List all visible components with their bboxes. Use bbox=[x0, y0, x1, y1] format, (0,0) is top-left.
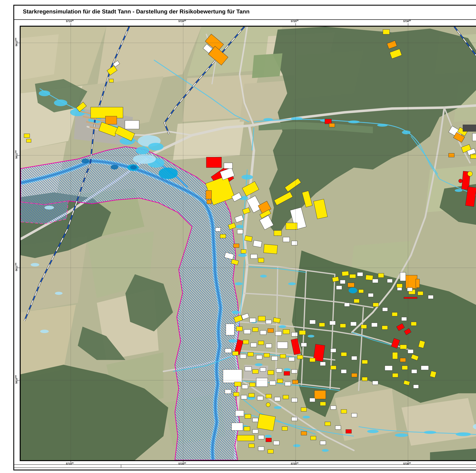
grid-tick bbox=[17, 155, 20, 156]
grid-tick bbox=[295, 23, 296, 26]
footer-line-2 bbox=[14, 468, 476, 468]
coordinate-label: 572500 bbox=[289, 462, 300, 465]
grid-tick bbox=[71, 460, 71, 462]
grid-tick bbox=[17, 43, 20, 43]
grid-tick bbox=[408, 460, 408, 462]
coordinate-label: 572000 bbox=[176, 462, 188, 465]
footer-divider bbox=[121, 464, 121, 468]
grid-tick bbox=[183, 460, 183, 462]
grid-tick bbox=[295, 460, 296, 462]
coordinate-label: 5611000 bbox=[15, 260, 18, 274]
footer-line-1 bbox=[14, 464, 476, 465]
grid-tick bbox=[17, 380, 20, 380]
coordinate-label: 571500 bbox=[64, 462, 75, 465]
coordinate-label: 571500 bbox=[64, 20, 75, 23]
grid-tick bbox=[71, 23, 71, 26]
plan-sheet: Starkregensimulation für die Stadt Tann … bbox=[0, 0, 476, 473]
main-map-canvas bbox=[21, 27, 476, 460]
coordinate-label: 5610500 bbox=[15, 373, 18, 386]
coordinate-label: 572500 bbox=[289, 20, 300, 23]
coordinate-label: 5611500 bbox=[15, 148, 18, 161]
grid-tick bbox=[17, 268, 20, 268]
coordinate-label: 5612000 bbox=[15, 35, 18, 49]
coordinate-label: 572000 bbox=[176, 20, 188, 23]
coordinate-label: 573000 bbox=[401, 20, 413, 23]
grid-tick bbox=[183, 23, 183, 26]
grid-tick bbox=[408, 23, 408, 26]
page-title: Starkregensimulation für die Stadt Tann … bbox=[23, 8, 250, 15]
coordinate-label: 573000 bbox=[401, 462, 413, 465]
main-map bbox=[20, 26, 476, 461]
